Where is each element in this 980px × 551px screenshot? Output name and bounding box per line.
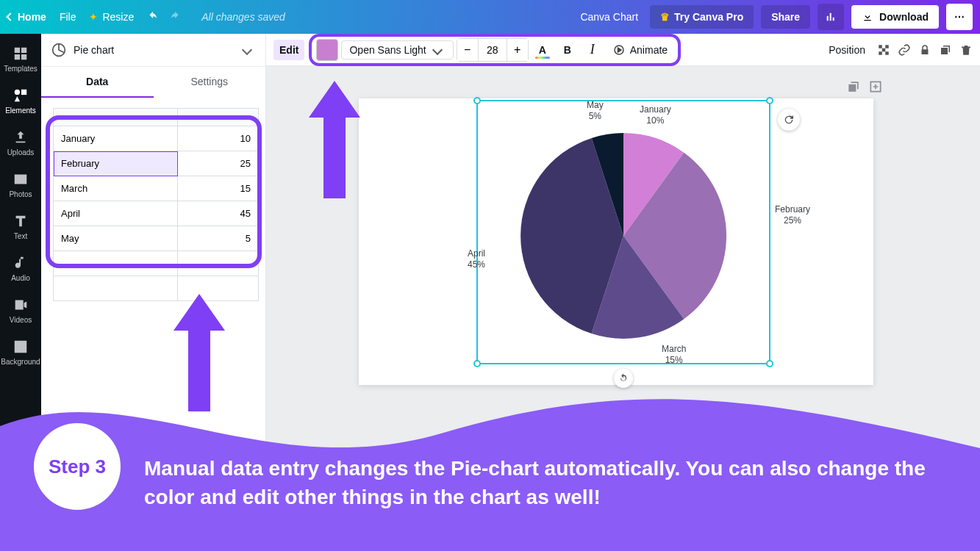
bold-button[interactable]: B: [557, 39, 579, 61]
try-pro-label: Try Canva Pro: [674, 11, 743, 23]
increase-button[interactable]: +: [507, 39, 528, 61]
bar-chart-icon: [825, 11, 837, 23]
step-badge: Step 3: [34, 423, 121, 510]
elements-icon: [12, 87, 29, 104]
rail-label: Background: [1, 358, 40, 366]
uploads-icon: [12, 129, 29, 145]
annotation-highlight-box: Open Sans Light − + A B I Animate: [309, 34, 681, 66]
tab-settings[interactable]: Settings: [154, 67, 266, 98]
cell-value[interactable]: 45: [178, 201, 259, 226]
rail-videos[interactable]: Videos: [0, 289, 41, 331]
transparency-icon[interactable]: [877, 43, 890, 57]
chevron-left-icon: [6, 12, 14, 21]
selection-frame[interactable]: January10% February25% March15% April45%…: [476, 100, 770, 364]
cell-label[interactable]: March: [54, 176, 178, 201]
rail-label: Elements: [5, 107, 36, 115]
font-select[interactable]: Open Sans Light: [341, 40, 453, 60]
rail-label: Text: [14, 232, 27, 240]
pie-icon: [51, 43, 66, 57]
position-button[interactable]: Position: [824, 41, 870, 59]
rail-audio[interactable]: Audio: [0, 248, 41, 289]
chart-type-select[interactable]: Pie chart: [41, 34, 265, 67]
resize-button[interactable]: ✦ Resize: [89, 11, 134, 23]
top-nav: Home File ✦ Resize All changes saved Can…: [0, 0, 980, 34]
italic-button[interactable]: I: [582, 39, 604, 61]
decrease-button[interactable]: −: [457, 39, 478, 61]
slice-label: February25%: [775, 204, 810, 226]
tab-data[interactable]: Data: [41, 67, 154, 98]
data-grid[interactable]: January10 February25 March15 April45 May…: [53, 108, 259, 301]
more-button[interactable]: ⋯: [946, 4, 973, 30]
home-button[interactable]: Home: [7, 11, 46, 23]
banner-text: Manual data entry changes the Pie-chart …: [144, 454, 951, 511]
duplicate-page-icon[interactable]: [846, 79, 861, 94]
cell-label[interactable]: February: [54, 151, 178, 176]
link-icon[interactable]: [898, 43, 911, 57]
font-size-stepper[interactable]: − +: [457, 38, 529, 62]
rail-label: Photos: [9, 190, 32, 198]
slice-label: April45%: [468, 248, 485, 270]
crown-icon: ♛: [660, 11, 670, 23]
canvas-page[interactable]: January10% February25% March15% April45%…: [359, 98, 873, 385]
rail-photos[interactable]: Photos: [0, 164, 41, 206]
undo-icon[interactable]: [147, 11, 159, 23]
panel-tabs: Data Settings: [41, 67, 265, 98]
svg-point-0: [15, 90, 20, 95]
animate-icon: [612, 43, 626, 57]
add-page-icon[interactable]: [868, 79, 883, 94]
crown-icon: ✦: [89, 11, 98, 23]
chevron-down-icon: [432, 44, 443, 54]
font-name: Open Sans Light: [349, 44, 426, 56]
rail-label: Videos: [10, 316, 32, 324]
file-menu[interactable]: File: [60, 11, 76, 23]
rail-elements[interactable]: Elements: [0, 80, 41, 122]
cell-label[interactable]: January: [54, 126, 178, 151]
rail-background[interactable]: Background: [0, 331, 41, 373]
edit-button[interactable]: Edit: [273, 40, 304, 60]
slice-label: May5%: [587, 100, 604, 122]
cell-value[interactable]: 15: [178, 176, 259, 201]
annotation-arrow-icon: [309, 81, 360, 198]
refresh-handle[interactable]: [778, 109, 800, 131]
rail-label: Uploads: [7, 148, 35, 156]
resize-handle[interactable]: [766, 97, 773, 104]
dots-icon: ⋯: [954, 11, 965, 23]
resize-handle[interactable]: [766, 360, 773, 367]
rail-templates[interactable]: Templates: [0, 38, 41, 80]
download-icon: [862, 11, 873, 23]
cell-label[interactable]: May: [54, 226, 178, 251]
chart-type-label: Pie chart: [74, 44, 236, 56]
resize-handle[interactable]: [473, 360, 481, 367]
cell-label[interactable]: April: [54, 201, 178, 226]
download-button[interactable]: Download: [851, 5, 939, 29]
lock-icon[interactable]: [918, 43, 931, 57]
document-title[interactable]: Canva Chart: [580, 11, 638, 23]
slice-label: January10%: [640, 104, 671, 126]
rail-label: Templates: [4, 65, 37, 73]
animate-button[interactable]: Animate: [607, 40, 673, 60]
download-label: Download: [879, 11, 929, 23]
resize-handle[interactable]: [473, 97, 481, 104]
svg-rect-1: [21, 90, 26, 95]
videos-icon: [12, 297, 29, 313]
animate-label: Animate: [630, 44, 668, 56]
pie-chart[interactable]: [513, 126, 734, 349]
rail-text[interactable]: Text: [0, 206, 41, 248]
share-button[interactable]: Share: [761, 5, 810, 29]
try-pro-button[interactable]: ♛ Try Canva Pro: [650, 5, 754, 29]
chevron-down-icon: [242, 45, 252, 55]
trash-icon[interactable]: [959, 43, 973, 57]
cell-value[interactable]: 10: [178, 126, 259, 151]
color-swatch-button[interactable]: [316, 39, 338, 61]
cell-value[interactable]: 25: [178, 151, 259, 176]
font-size-input[interactable]: [478, 39, 507, 61]
duplicate-icon[interactable]: [939, 43, 952, 57]
resize-label: Resize: [102, 11, 134, 23]
cell-value[interactable]: 5: [178, 226, 259, 251]
page-tools: [846, 79, 883, 94]
pie-svg: [513, 126, 734, 346]
insights-button[interactable]: [818, 4, 844, 30]
rail-uploads[interactable]: Uploads: [0, 122, 41, 164]
redo-icon[interactable]: [169, 11, 181, 23]
text-color-button[interactable]: A: [532, 39, 554, 61]
